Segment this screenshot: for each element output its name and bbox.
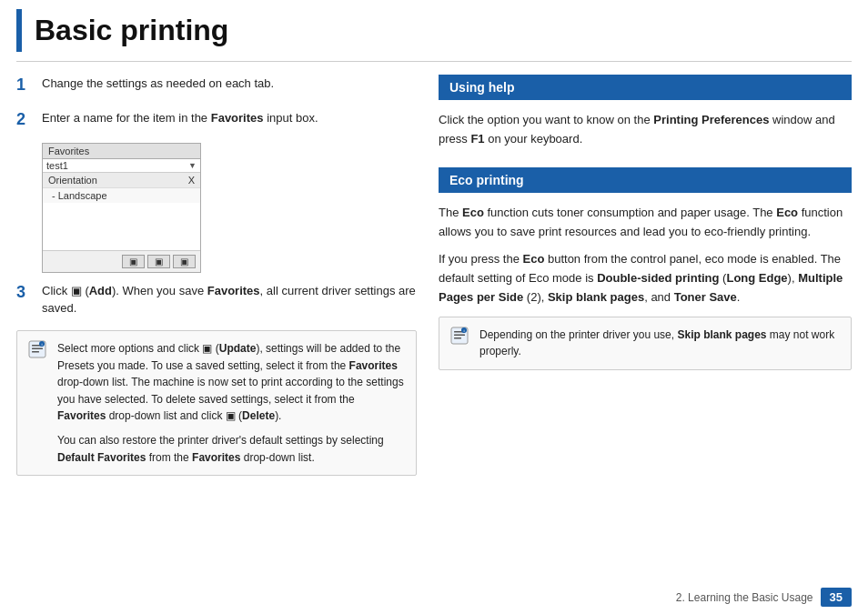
fav-input-row: ▼ [43,159,200,173]
svg-text:i: i [463,327,464,332]
step-1-number: 1 [16,75,42,96]
step-2-text: Enter a name for the item in the Favorit… [42,109,417,127]
svg-rect-9 [454,337,461,339]
page-footer: 2. Learning the Basic Usage 35 [0,579,868,614]
step-1-text: Change the settings as needed on each ta… [42,75,417,93]
using-help-section: Using help Click the option you want to … [439,75,852,149]
fav-btn-2[interactable]: ▣ [147,255,170,268]
footer-text: 2. Learning the Basic Usage [676,591,813,604]
eco-text-1: The Eco function cuts toner consumption … [439,204,852,242]
eco-text-2: If you press the Eco button from the con… [439,250,852,307]
fav-btn-3[interactable]: ▣ [173,255,196,268]
fav-dialog-header: Favorites [43,144,200,159]
step-3-text: Click ▣ (Add). When you save Favorites, … [42,282,417,317]
fav-dropdown-arrow-icon: ▼ [187,161,197,170]
eco-printing-header: Eco printing [439,167,852,193]
eco-printing-section: Eco printing The Eco function cuts toner… [439,167,852,370]
fav-empty-area [43,203,200,250]
main-content: 1 Change the settings as needed on each … [0,75,868,579]
favorites-input[interactable] [46,160,187,171]
header-divider [16,61,852,62]
svg-rect-3 [32,351,39,353]
using-help-text: Click the option you want to know on the… [439,111,852,149]
using-help-header: Using help [439,75,852,100]
svg-text:i: i [41,341,42,346]
svg-rect-2 [32,347,43,349]
svg-rect-8 [454,334,465,336]
step-2: 2 Enter a name for the item in the Favor… [16,109,417,130]
fav-landscape-value: - Landscape [43,188,200,203]
eco-note-text: Depending on the printer driver you use,… [479,327,840,360]
page-header: Basic printing [16,9,852,52]
fav-orientation-text: Orientation [48,175,97,186]
fav-btn-1[interactable]: ▣ [122,255,145,268]
page-number-badge: 35 [821,588,852,607]
page-container: Basic printing 1 Change the settings as … [0,0,868,614]
fav-close-icon: X [188,175,195,186]
left-column: 1 Change the settings as needed on each … [16,75,417,579]
step-1: 1 Change the settings as needed on each … [16,75,417,96]
step-2-number: 2 [16,109,42,130]
step-3: 3 Click ▣ (Add). When you save Favorites… [16,282,417,317]
favorites-dialog: Favorites ▼ Orientation X - Landscape ▣ … [42,143,201,273]
fav-button-row: ▣ ▣ ▣ [43,250,200,272]
note-icon-eco: i [450,327,470,348]
note-box-left: i Select more options and click ▣ (Updat… [16,330,417,476]
fav-orientation-label: Orientation X [43,173,200,188]
page-title: Basic printing [35,14,228,46]
step-3-number: 3 [16,282,42,303]
right-column: Using help Click the option you want to … [439,75,852,579]
note-text-left: Select more options and click ▣ (Update)… [57,340,405,466]
note-box-eco: i Depending on the printer driver you us… [439,317,852,370]
note-icon-left: i [28,340,48,362]
